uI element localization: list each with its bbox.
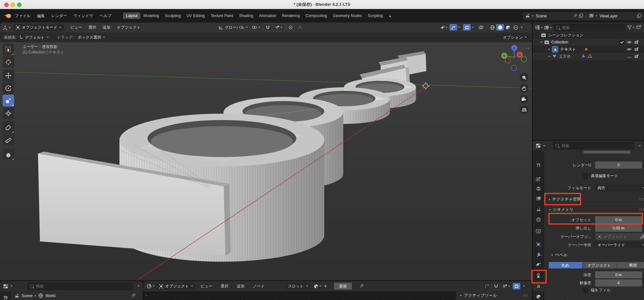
- tool-transform[interactable]: [3, 107, 14, 119]
- hide-eye-toggle[interactable]: [627, 47, 632, 52]
- material-browse-dropdown[interactable]: [314, 284, 321, 289]
- properties-editor-icon[interactable]: [3, 284, 9, 288]
- breadcrumb-expand-icon[interactable]: ›: [146, 293, 147, 297]
- panel-drag-handle[interactable]: [639, 209, 644, 211]
- tab-collection[interactable]: [533, 226, 544, 236]
- object-visibility-dropdown[interactable]: [439, 24, 449, 31]
- fill-mode-dropdown[interactable]: 両方: [595, 184, 644, 192]
- shading-settings-chevron[interactable]: [521, 27, 523, 28]
- tool-annotate[interactable]: [3, 121, 14, 133]
- outliner-collapse-handle[interactable]: ‹: [527, 45, 529, 51]
- tab-output[interactable]: [533, 184, 544, 193]
- bevel-tab-object[interactable]: オブジェクト: [582, 262, 616, 268]
- shading-material-button[interactable]: [504, 24, 512, 31]
- overlays-settings-chevron[interactable]: [472, 27, 474, 28]
- tool-move[interactable]: [3, 70, 14, 81]
- properties-search-input[interactable]: [561, 143, 631, 148]
- camera-visibility-toggle[interactable]: [634, 54, 639, 59]
- outliner-row-text-object[interactable]: a テキスト a: [533, 46, 644, 53]
- camera-visibility-toggle[interactable]: [634, 47, 639, 52]
- bottom-properties-options-chevron[interactable]: [137, 286, 139, 287]
- texture-space-panel-header[interactable]: テクスチャ空間: [549, 197, 581, 202]
- workspace-tab-scripting[interactable]: Scripting: [365, 13, 386, 19]
- workspace-tab-shading[interactable]: Shading: [236, 13, 256, 19]
- taper-radius-dropdown[interactable]: オーバーライド: [595, 241, 644, 248]
- toggle-orthographic-button[interactable]: [520, 105, 528, 114]
- outliner-row-scene-collection[interactable]: シーンコレクション: [533, 32, 644, 39]
- chevron-down-icon[interactable]: [523, 286, 525, 287]
- menu-edit[interactable]: 編集: [34, 13, 48, 19]
- tab-material[interactable]: [533, 292, 544, 300]
- tool-cursor[interactable]: [3, 56, 14, 68]
- hide-eye-toggle[interactable]: [627, 40, 632, 45]
- workspace-tab-sculpting[interactable]: Sculpting: [162, 13, 184, 19]
- workspace-tab-texture-paint[interactable]: Texture Paint: [208, 13, 236, 19]
- pin-icon[interactable]: [360, 284, 364, 289]
- shading-wireframe-button[interactable]: [488, 24, 496, 31]
- new-material-button[interactable]: 新規: [334, 283, 352, 290]
- outliner-search-input[interactable]: [562, 25, 623, 30]
- workspace-tab-layout[interactable]: Layout: [123, 13, 140, 19]
- outliner-row-cube-object[interactable]: 立方体: [533, 53, 644, 60]
- viewport-menu-select[interactable]: 選択: [85, 25, 99, 30]
- menu-help[interactable]: ヘルプ: [96, 13, 115, 19]
- geometry-panel-header[interactable]: ジオメトリ: [549, 207, 573, 212]
- proportional-editing-toggle[interactable]: [286, 24, 295, 31]
- bevel-depth-field[interactable]: 0 m: [595, 271, 642, 278]
- outliner-filter-dropdown[interactable]: [627, 25, 635, 30]
- snap-toggle[interactable]: [492, 283, 500, 290]
- properties-search[interactable]: [553, 142, 634, 149]
- tab-object[interactable]: [533, 239, 544, 249]
- bevel-tab-profile[interactable]: 断面: [616, 262, 644, 268]
- menu-render[interactable]: レンダー: [48, 13, 70, 19]
- menu-window[interactable]: ウィンドウ: [70, 13, 96, 19]
- options-dropdown[interactable]: オプション: [503, 35, 526, 40]
- snap-toggle[interactable]: [264, 24, 271, 31]
- snap-settings-dropdown[interactable]: [273, 24, 284, 31]
- traffic-light-minimize[interactable]: [11, 3, 15, 7]
- tab-modifiers[interactable]: [533, 250, 544, 259]
- breadcrumb-world[interactable]: World: [45, 294, 55, 298]
- tool-scale[interactable]: [3, 95, 14, 107]
- shader-menu-select[interactable]: 選択: [217, 284, 232, 289]
- tool-rotate[interactable]: [3, 82, 14, 94]
- show-gizmo-toggle[interactable]: [450, 24, 457, 31]
- workspace-tab-geometry-nodes[interactable]: Geometry Nodes: [330, 13, 365, 19]
- expand-chevron-icon[interactable]: [549, 55, 550, 57]
- shading-rendered-button[interactable]: [512, 24, 519, 31]
- fast-edit-checkbox[interactable]: [583, 173, 588, 178]
- show-overlays-toggle[interactable]: [463, 24, 471, 31]
- tab-constraints[interactable]: [533, 270, 544, 280]
- proportional-falloff-dropdown[interactable]: [296, 24, 304, 31]
- active-tool-panel-header[interactable]: アクティブツール: [464, 293, 521, 298]
- node-grid[interactable]: ›: [143, 291, 456, 300]
- tab-object-data-text[interactable]: a: [533, 281, 544, 291]
- viewport-menu-object[interactable]: オブジェクト: [114, 25, 144, 30]
- tab-scene[interactable]: [533, 205, 544, 214]
- viewport-menu-add[interactable]: 追加: [99, 25, 114, 30]
- expand-chevron-icon[interactable]: [549, 48, 550, 50]
- tab-render[interactable]: [533, 174, 544, 184]
- eyedropper-icon[interactable]: [640, 235, 644, 239]
- menu-file[interactable]: ファイル: [12, 13, 34, 19]
- fill-caps-checkbox[interactable]: [583, 288, 588, 293]
- transform-orientation-dropdown[interactable]: グローバル: [217, 25, 249, 30]
- tool-select-box[interactable]: [3, 43, 14, 55]
- offset-field[interactable]: 0 m: [595, 216, 642, 223]
- properties-options-chevron[interactable]: [639, 145, 641, 146]
- drag-mode-dropdown[interactable]: ボックス選択: [78, 35, 105, 40]
- shader-menu-add[interactable]: 追加: [233, 284, 248, 289]
- slot-selector[interactable]: スロット: [285, 283, 311, 290]
- editor-type-viewport-icon[interactable]: [3, 25, 11, 30]
- outliner-filter-type-dropdown[interactable]: [544, 25, 552, 30]
- tab-world[interactable]: [533, 215, 544, 224]
- bottom-properties-search[interactable]: [27, 283, 133, 290]
- new-viewlayer-icon[interactable]: [637, 14, 641, 19]
- panel-drag-handle[interactable]: [639, 198, 644, 201]
- workspace-tab-animation[interactable]: Animation: [256, 13, 279, 19]
- viewport-menu-view[interactable]: ビュー: [67, 25, 85, 30]
- bevel-tab-round[interactable]: 丸め: [549, 262, 582, 268]
- camera-view-button[interactable]: [520, 95, 528, 103]
- traffic-light-zoom[interactable]: [17, 3, 22, 7]
- collection-checkbox[interactable]: [620, 40, 624, 45]
